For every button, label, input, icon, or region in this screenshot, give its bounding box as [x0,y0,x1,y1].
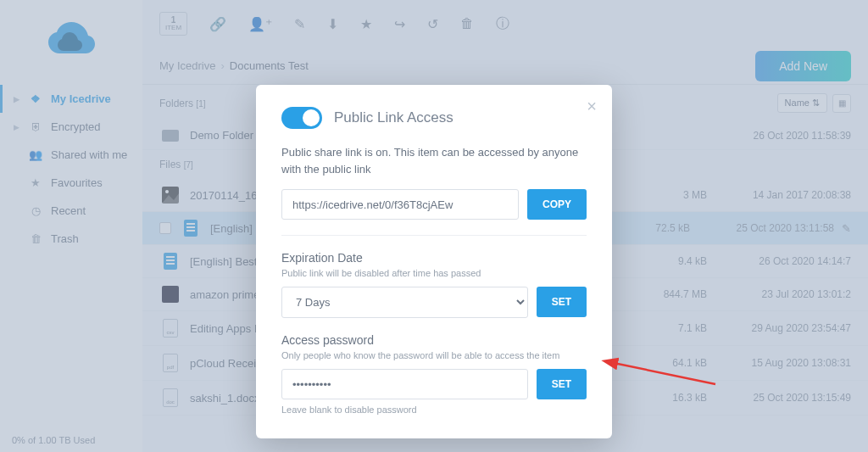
modal-overlay: × Public Link Access Public share link i… [0,0,868,452]
copy-button[interactable]: COPY [527,189,587,220]
expiration-title: Expiration Date [281,251,587,265]
password-hint: Only people who know the password will b… [281,350,587,360]
public-link-modal: × Public Link Access Public share link i… [256,85,612,438]
expiration-select[interactable]: 7 Days [281,287,528,318]
modal-title: Public Link Access [334,109,453,126]
modal-description: Public share link is on. This item can b… [281,144,587,177]
password-title: Access password [281,333,587,347]
password-blank-hint: Leave blank to disable password [281,405,587,415]
public-link-toggle[interactable] [281,107,322,129]
password-input[interactable] [281,369,528,399]
set-password-button[interactable]: SET [537,369,587,399]
set-expiration-button[interactable]: SET [537,287,587,317]
close-button[interactable]: × [587,97,597,116]
public-link-input[interactable] [281,189,519,220]
expiration-hint: Public link will be disabled after time … [281,268,587,278]
